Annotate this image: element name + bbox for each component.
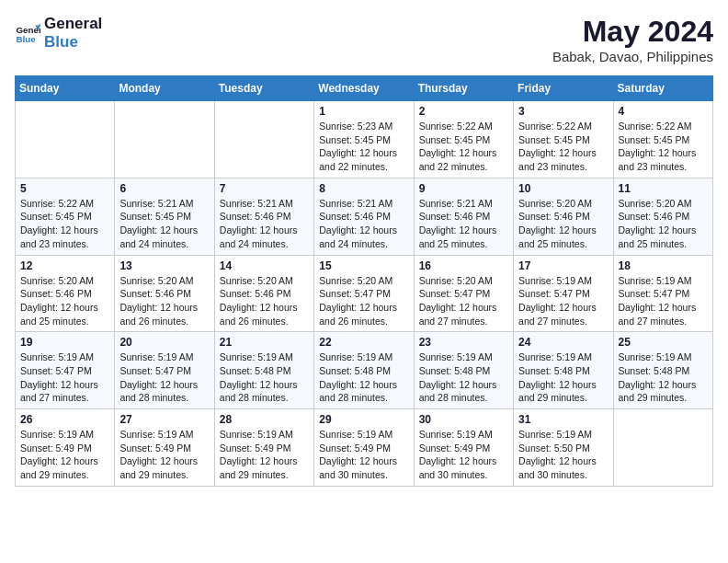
calendar-cell: 9Sunrise: 5:21 AM Sunset: 5:46 PM Daylig… — [414, 178, 513, 255]
day-info: Sunrise: 5:20 AM Sunset: 5:46 PM Dayligh… — [119, 274, 209, 328]
month-year: May 2024 — [552, 15, 713, 49]
day-number: 16 — [419, 259, 508, 272]
day-info: Sunrise: 5:19 AM Sunset: 5:48 PM Dayligh… — [518, 350, 608, 405]
calendar-cell: 30Sunrise: 5:19 AM Sunset: 5:49 PM Dayli… — [414, 409, 513, 487]
day-number: 6 — [119, 182, 209, 195]
calendar-cell: 28Sunrise: 5:19 AM Sunset: 5:49 PM Dayli… — [214, 409, 313, 487]
day-info: Sunrise: 5:19 AM Sunset: 5:47 PM Dayligh… — [119, 350, 209, 405]
day-info: Sunrise: 5:19 AM Sunset: 5:48 PM Dayligh… — [220, 350, 309, 405]
day-info: Sunrise: 5:20 AM Sunset: 5:47 PM Dayligh… — [419, 274, 508, 328]
calendar-cell: 12Sunrise: 5:20 AM Sunset: 5:46 PM Dayli… — [16, 255, 115, 332]
day-info: Sunrise: 5:19 AM Sunset: 5:47 PM Dayligh… — [518, 274, 608, 328]
svg-text:Blue: Blue — [16, 34, 36, 44]
calendar-cell — [613, 409, 712, 487]
calendar-cell: 16Sunrise: 5:20 AM Sunset: 5:47 PM Dayli… — [414, 255, 513, 332]
calendar-cell: 1Sunrise: 5:23 AM Sunset: 5:45 PM Daylig… — [314, 101, 414, 178]
day-info: Sunrise: 5:21 AM Sunset: 5:46 PM Dayligh… — [419, 197, 508, 251]
day-info: Sunrise: 5:19 AM Sunset: 5:49 PM Dayligh… — [319, 428, 408, 482]
day-number: 21 — [220, 336, 309, 349]
calendar-cell — [115, 101, 214, 178]
location: Babak, Davao, Philippines — [552, 49, 713, 64]
day-info: Sunrise: 5:22 AM Sunset: 5:45 PM Dayligh… — [518, 120, 608, 174]
calendar-cell: 8Sunrise: 5:21 AM Sunset: 5:46 PM Daylig… — [314, 178, 414, 255]
calendar-cell: 4Sunrise: 5:22 AM Sunset: 5:45 PM Daylig… — [613, 101, 712, 178]
calendar-cell: 14Sunrise: 5:20 AM Sunset: 5:46 PM Dayli… — [214, 255, 313, 332]
week-row-4: 19Sunrise: 5:19 AM Sunset: 5:47 PM Dayli… — [16, 332, 713, 409]
calendar: SundayMondayTuesdayWednesdayThursdayFrid… — [15, 75, 713, 487]
day-info: Sunrise: 5:21 AM Sunset: 5:45 PM Dayligh… — [119, 197, 209, 251]
week-row-5: 26Sunrise: 5:19 AM Sunset: 5:49 PM Dayli… — [16, 409, 713, 487]
weekday-header-wednesday: Wednesday — [314, 76, 414, 101]
calendar-cell: 13Sunrise: 5:20 AM Sunset: 5:46 PM Dayli… — [115, 255, 214, 332]
weekday-header-saturday: Saturday — [613, 76, 712, 101]
day-info: Sunrise: 5:19 AM Sunset: 5:47 PM Dayligh… — [20, 350, 109, 405]
day-info: Sunrise: 5:22 AM Sunset: 5:45 PM Dayligh… — [619, 120, 708, 174]
weekday-header-monday: Monday — [115, 76, 214, 101]
day-number: 30 — [419, 413, 508, 426]
calendar-cell: 25Sunrise: 5:19 AM Sunset: 5:48 PM Dayli… — [613, 332, 712, 409]
day-info: Sunrise: 5:23 AM Sunset: 5:45 PM Dayligh… — [319, 120, 408, 174]
calendar-cell: 19Sunrise: 5:19 AM Sunset: 5:47 PM Dayli… — [16, 332, 115, 409]
calendar-cell: 27Sunrise: 5:19 AM Sunset: 5:49 PM Dayli… — [115, 409, 214, 487]
calendar-cell: 5Sunrise: 5:22 AM Sunset: 5:45 PM Daylig… — [16, 178, 115, 255]
week-row-3: 12Sunrise: 5:20 AM Sunset: 5:46 PM Dayli… — [16, 255, 713, 332]
day-number: 31 — [518, 413, 608, 426]
logo-icon: General Blue — [15, 20, 40, 46]
day-number: 27 — [119, 413, 209, 426]
calendar-cell: 17Sunrise: 5:19 AM Sunset: 5:47 PM Dayli… — [514, 255, 613, 332]
calendar-cell — [16, 101, 115, 178]
calendar-cell: 22Sunrise: 5:19 AM Sunset: 5:48 PM Dayli… — [314, 332, 414, 409]
weekday-header-sunday: Sunday — [16, 76, 115, 101]
day-info: Sunrise: 5:19 AM Sunset: 5:49 PM Dayligh… — [20, 428, 109, 482]
calendar-cell: 18Sunrise: 5:19 AM Sunset: 5:47 PM Dayli… — [613, 255, 712, 332]
weekday-header-row: SundayMondayTuesdayWednesdayThursdayFrid… — [16, 76, 713, 101]
day-number: 11 — [619, 182, 708, 195]
day-number: 5 — [20, 182, 109, 195]
logo: General Blue General Blue — [15, 15, 102, 52]
day-number: 8 — [319, 182, 408, 195]
calendar-cell: 21Sunrise: 5:19 AM Sunset: 5:48 PM Dayli… — [214, 332, 313, 409]
day-number: 3 — [518, 105, 608, 118]
day-number: 15 — [319, 259, 408, 272]
calendar-cell: 26Sunrise: 5:19 AM Sunset: 5:49 PM Dayli… — [16, 409, 115, 487]
day-info: Sunrise: 5:19 AM Sunset: 5:49 PM Dayligh… — [119, 428, 209, 482]
day-number: 24 — [518, 336, 608, 349]
calendar-cell — [214, 101, 313, 178]
calendar-cell: 10Sunrise: 5:20 AM Sunset: 5:46 PM Dayli… — [514, 178, 613, 255]
calendar-cell: 20Sunrise: 5:19 AM Sunset: 5:47 PM Dayli… — [115, 332, 214, 409]
day-number: 17 — [518, 259, 608, 272]
day-number: 12 — [20, 259, 109, 272]
day-number: 29 — [319, 413, 408, 426]
day-info: Sunrise: 5:20 AM Sunset: 5:47 PM Dayligh… — [319, 274, 408, 328]
day-number: 7 — [220, 182, 309, 195]
day-info: Sunrise: 5:22 AM Sunset: 5:45 PM Dayligh… — [419, 120, 508, 174]
day-info: Sunrise: 5:19 AM Sunset: 5:49 PM Dayligh… — [419, 428, 508, 482]
day-info: Sunrise: 5:19 AM Sunset: 5:48 PM Dayligh… — [619, 350, 708, 405]
calendar-cell: 31Sunrise: 5:19 AM Sunset: 5:50 PM Dayli… — [514, 409, 613, 487]
day-number: 13 — [119, 259, 209, 272]
weekday-header-thursday: Thursday — [414, 76, 513, 101]
day-info: Sunrise: 5:19 AM Sunset: 5:48 PM Dayligh… — [419, 350, 508, 405]
day-info: Sunrise: 5:19 AM Sunset: 5:47 PM Dayligh… — [619, 274, 708, 328]
day-info: Sunrise: 5:19 AM Sunset: 5:49 PM Dayligh… — [220, 428, 309, 482]
day-info: Sunrise: 5:20 AM Sunset: 5:46 PM Dayligh… — [220, 274, 309, 328]
day-number: 2 — [419, 105, 508, 118]
day-info: Sunrise: 5:19 AM Sunset: 5:50 PM Dayligh… — [518, 428, 608, 482]
week-row-1: 1Sunrise: 5:23 AM Sunset: 5:45 PM Daylig… — [16, 101, 713, 178]
day-number: 25 — [619, 336, 708, 349]
calendar-cell: 11Sunrise: 5:20 AM Sunset: 5:46 PM Dayli… — [613, 178, 712, 255]
day-info: Sunrise: 5:20 AM Sunset: 5:46 PM Dayligh… — [619, 197, 708, 251]
day-info: Sunrise: 5:19 AM Sunset: 5:48 PM Dayligh… — [319, 350, 408, 405]
day-number: 4 — [619, 105, 708, 118]
weekday-header-tuesday: Tuesday — [214, 76, 313, 101]
day-number: 10 — [518, 182, 608, 195]
calendar-cell: 2Sunrise: 5:22 AM Sunset: 5:45 PM Daylig… — [414, 101, 513, 178]
day-number: 18 — [619, 259, 708, 272]
logo-line1: General — [44, 15, 102, 33]
calendar-cell: 15Sunrise: 5:20 AM Sunset: 5:47 PM Dayli… — [314, 255, 414, 332]
day-info: Sunrise: 5:21 AM Sunset: 5:46 PM Dayligh… — [319, 197, 408, 251]
day-info: Sunrise: 5:20 AM Sunset: 5:46 PM Dayligh… — [518, 197, 608, 251]
day-number: 23 — [419, 336, 508, 349]
day-info: Sunrise: 5:22 AM Sunset: 5:45 PM Dayligh… — [20, 197, 109, 251]
calendar-cell: 6Sunrise: 5:21 AM Sunset: 5:45 PM Daylig… — [115, 178, 214, 255]
